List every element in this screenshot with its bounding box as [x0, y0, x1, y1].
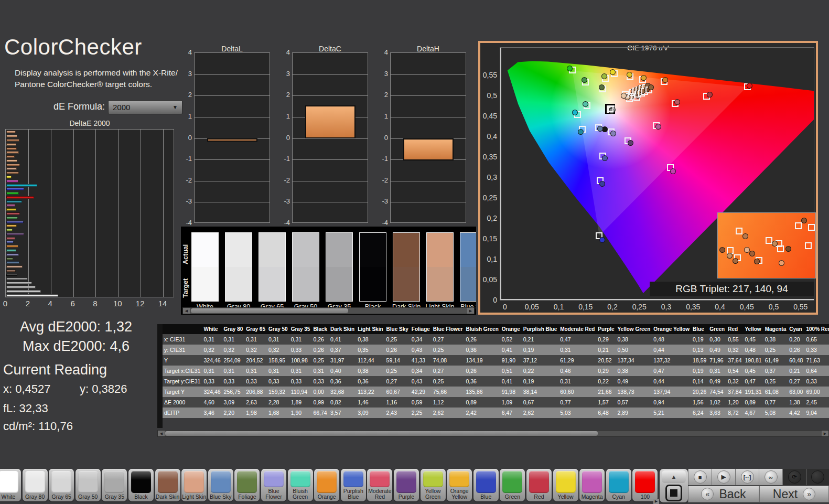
y-tick-label: 4 — [178, 48, 192, 56]
gridline — [28, 130, 29, 297]
table-cell: 0,33 — [289, 376, 312, 387]
refresh-button[interactable]: ⟳ — [782, 469, 806, 485]
table-cell: 0,20 — [788, 334, 804, 345]
table-cell: 2,62 — [432, 408, 465, 418]
cie-y-tick-label: 0,35 — [477, 153, 497, 161]
table-row: Y324,46254,09204,52158,95108,980,2531,97… — [163, 355, 829, 366]
patch-button-magenta[interactable]: Magenta — [579, 469, 605, 501]
table-cell: 0,44 — [652, 376, 691, 387]
patch-button-foliage[interactable]: Foliage — [234, 469, 260, 501]
patch-button-bluish-green[interactable]: Bluish Green — [288, 469, 313, 501]
table-corner-cell — [163, 324, 202, 334]
patch-button-black[interactable]: Black — [128, 469, 154, 501]
patch-label: Moderate Red — [367, 487, 392, 501]
table-cell: 0,67 — [522, 397, 558, 408]
y-tick-label: 2 — [276, 91, 290, 99]
infinity-button[interactable]: ∞ — [759, 469, 782, 485]
swatch-scrollbar[interactable]: ◀ ▶ — [182, 307, 475, 314]
measured-marker-100-blue — [599, 237, 605, 243]
deltae-x-tick-label: 6 — [70, 299, 74, 308]
gridline — [195, 74, 270, 75]
stop-measure-button[interactable] — [665, 485, 682, 501]
swatch-light-skin — [426, 232, 454, 302]
table-cell: 0,37 — [763, 366, 788, 376]
patch-button-orange[interactable]: Orange — [314, 469, 339, 501]
expand-up-button[interactable]: ▲ — [662, 470, 686, 483]
next-button[interactable]: Next » — [759, 486, 829, 502]
table-cell: 0,19 — [522, 345, 558, 355]
table-cell: 2,45 — [804, 397, 829, 408]
cie-y-tick-label: 0,45 — [477, 112, 497, 120]
table-scrollbar[interactable]: ◀ ▶ — [157, 430, 829, 437]
de-formula-dropdown[interactable]: 2000 ▼ — [108, 100, 182, 114]
patch-button-green[interactable]: Green — [500, 469, 525, 501]
patch-button-gray-35[interactable]: Gray 35 — [102, 469, 127, 501]
table-scrollbar-thumb[interactable] — [165, 431, 598, 436]
patch-button-light-skin[interactable]: Light Skin — [181, 469, 207, 501]
blank-button[interactable] — [806, 469, 829, 485]
table-cell: 0,77 — [763, 397, 788, 408]
row-label: dEITP — [163, 408, 202, 418]
inset-measured-marker — [733, 258, 738, 264]
patch-label: Orange Yellow — [447, 487, 472, 501]
y-tick-label: -1 — [374, 155, 388, 163]
table-cell: 0,41 — [329, 334, 356, 345]
patch-button-gray-80[interactable]: Gray 80 — [23, 469, 48, 501]
patch-button-blue-sky[interactable]: Blue Sky — [208, 469, 233, 501]
table-cell: 20,26 — [691, 387, 708, 397]
cie-y-tick-label: 0,1 — [477, 255, 497, 263]
patch-button-blue-flower[interactable]: Blue Flower — [261, 469, 286, 501]
patch-button-orange-yellow[interactable]: Orange Yellow — [447, 469, 472, 501]
table-cell: 0,33 — [222, 376, 245, 387]
patch-button-gray-65[interactable]: Gray 65 — [49, 469, 74, 501]
table-cell: 3,09 — [356, 408, 384, 418]
table-cell: 2,43 — [385, 408, 410, 418]
toolbar-scroll-right-icon[interactable]: ▶ — [653, 499, 659, 504]
table-cell: 0,25 — [763, 376, 788, 387]
patch-chip — [211, 471, 231, 493]
y-tick-label: 2 — [374, 91, 388, 99]
stop-button[interactable]: ■ — [688, 469, 712, 485]
patch-button-dark-skin[interactable]: Dark Skin — [155, 469, 180, 501]
patch-button-purplish-blue[interactable]: Purplish Blue — [341, 469, 366, 501]
column-header-blue-flower: Blue Flower — [432, 324, 465, 334]
patch-button-yellow[interactable]: Yellow — [553, 469, 578, 501]
table-cell: 1,12 — [432, 397, 465, 408]
patch-button-white[interactable]: White — [0, 469, 21, 501]
patch-button-blue[interactable]: Blue — [473, 469, 499, 501]
patch-button-yellow-green[interactable]: Yellow Green — [421, 469, 446, 501]
patch-button-red[interactable]: Red — [526, 469, 552, 501]
table-cell: 0,82 — [329, 397, 356, 408]
column-header-orange-yellow: Orange Yellow — [652, 324, 691, 334]
patch-button-moderate-red[interactable]: Moderate Red — [367, 469, 392, 501]
stop-icon — [670, 489, 677, 497]
patch-button-100[interactable]: 100 — [632, 469, 658, 501]
swatch-blue-sky — [460, 232, 476, 302]
table-cell: 18,59 — [691, 355, 708, 366]
table-cell: 0,37 — [329, 345, 356, 355]
patch-button-cyan[interactable]: Cyan — [606, 469, 631, 501]
measured-marker-100-green — [567, 66, 573, 71]
cie-y-tick-label: 0 — [477, 296, 497, 304]
back-button[interactable]: « Back — [688, 486, 759, 502]
column-header-purple: Purple — [596, 324, 616, 334]
table-cell: 138,73 — [616, 387, 652, 397]
patch-button-gray-50[interactable]: Gray 50 — [76, 469, 101, 501]
cie-x-axis-line — [500, 299, 814, 300]
scroll-right-icon[interactable]: ▶ — [822, 431, 828, 436]
scroll-left-icon[interactable]: ◀ — [183, 308, 190, 314]
table-cell: 59,14 — [385, 355, 410, 366]
next-button-label: Next — [773, 487, 798, 501]
table-cell: 0,49 — [616, 376, 652, 387]
swatch-target — [460, 267, 476, 301]
play-button[interactable]: ▶ — [712, 469, 735, 485]
y-tick-label: -2 — [374, 176, 388, 184]
scroll-right-icon[interactable]: ▶ — [467, 308, 474, 314]
loop-brackets-button[interactable]: [··] — [735, 469, 759, 485]
scroll-left-icon[interactable]: ◀ — [158, 431, 165, 436]
swatch-scrollbar-thumb[interactable] — [191, 308, 348, 313]
cie-x-tick-label: 0,3 — [661, 303, 671, 311]
patch-button-purple[interactable]: Purple — [394, 469, 419, 501]
deltae-bar-skin-tone-8 — [6, 159, 17, 162]
table-cell: 21,66 — [596, 387, 616, 397]
